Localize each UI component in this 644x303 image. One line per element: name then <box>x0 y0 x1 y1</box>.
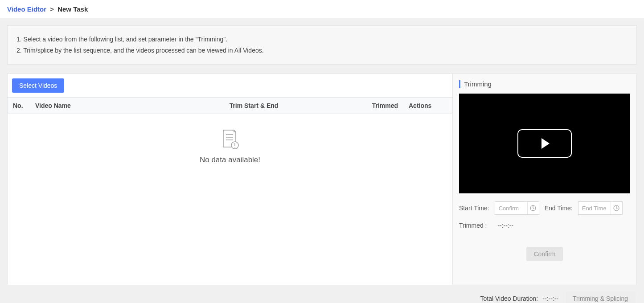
trimmed-label: Trimmed : <box>459 222 487 229</box>
video-list-pane: Select Videos No. Video Name Trim Start … <box>8 74 453 285</box>
main-row: Select Videos No. Video Name Trim Start … <box>7 74 637 285</box>
col-video-name: Video Name <box>30 98 224 114</box>
video-list-toolbar: Select Videos <box>8 74 452 98</box>
col-actions: Actions <box>403 98 452 114</box>
page-body: 1. Select a video from the following lis… <box>0 18 644 303</box>
confirm-button[interactable]: Confirm <box>526 247 562 261</box>
trimming-splicing-button[interactable]: Trimming & Splicing <box>566 291 635 303</box>
col-trim-range: Trim Start & End <box>224 98 367 114</box>
empty-message: No data available! <box>8 156 452 164</box>
breadcrumb-current: New Task <box>57 5 88 13</box>
total-duration-value: --:--:-- <box>542 295 558 302</box>
play-icon <box>541 138 550 149</box>
breadcrumb-separator: > <box>50 5 54 13</box>
total-duration-label: Total Video Duration: <box>480 295 538 302</box>
empty-icon <box>220 127 240 150</box>
select-videos-button[interactable]: Select Videos <box>12 78 64 93</box>
trimmed-value: --:--:-- <box>497 222 513 229</box>
video-preview[interactable] <box>459 94 630 193</box>
end-time-input[interactable] <box>578 205 611 212</box>
end-time-field[interactable] <box>578 201 623 215</box>
trimming-title: Trimming <box>459 80 630 88</box>
end-time-label: End Time: <box>545 205 573 212</box>
info-line-1: 1. Select a video from the following lis… <box>16 34 628 45</box>
empty-state: No data available! <box>8 114 452 187</box>
trimming-pane: Trimming Start Time: End Time: <box>453 74 636 285</box>
video-table: No. Video Name Trim Start & End Trimmed … <box>8 98 452 187</box>
svg-point-5 <box>234 147 235 148</box>
time-inputs-row: Start Time: End Time: <box>459 201 630 215</box>
col-no: No. <box>8 98 30 114</box>
start-time-input[interactable] <box>495 205 527 212</box>
trimmed-row: Trimmed : --:--:-- <box>459 222 630 229</box>
clock-icon[interactable] <box>527 202 539 214</box>
start-time-field[interactable] <box>495 201 539 215</box>
play-button[interactable] <box>517 129 572 158</box>
clock-icon[interactable] <box>611 202 622 214</box>
list-filler <box>8 187 452 285</box>
breadcrumb: Video Eidtor > New Task <box>0 0 644 18</box>
breadcrumb-link-video-editor[interactable]: Video Eidtor <box>7 5 46 13</box>
col-trimmed: Trimmed <box>367 98 403 114</box>
start-time-label: Start Time: <box>459 205 489 212</box>
info-line-2: 2. Trim/splice by the list sequence, and… <box>16 45 628 56</box>
footer-row: Total Video Duration: --:--:-- Trimming … <box>7 285 637 303</box>
info-panel: 1. Select a video from the following lis… <box>7 25 637 65</box>
